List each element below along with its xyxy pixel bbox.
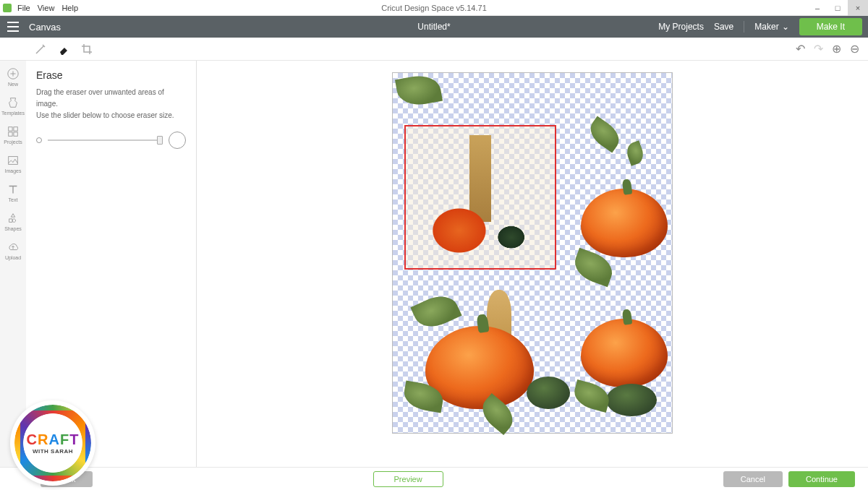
pumpkin-graphic xyxy=(581,189,668,257)
erase-panel-title: Erase xyxy=(36,69,186,81)
undo-icon[interactable]: ↶ xyxy=(796,42,805,56)
eraser-icon[interactable] xyxy=(58,43,69,55)
leaf-graphic xyxy=(395,72,443,108)
cancel-button[interactable]: Cancel xyxy=(723,471,783,487)
rail-templates[interactable]: Templates xyxy=(0,91,26,120)
zoom-out-icon[interactable]: ⊖ xyxy=(850,42,859,56)
watermark-subtitle: WITH SARAH xyxy=(27,448,80,455)
erase-panel-hint2: Use the slider below to choose eraser si… xyxy=(36,110,186,121)
watermark-logo: CRAFT WITH SARAH xyxy=(10,400,95,486)
window-maximize-icon[interactable]: □ xyxy=(827,0,848,16)
rail-shapes-label: Shapes xyxy=(4,226,22,231)
slider-max-icon xyxy=(169,132,186,149)
document-title: Untitled* xyxy=(417,22,450,32)
rail-templates-label: Templates xyxy=(1,111,25,116)
window-close-icon[interactable]: × xyxy=(848,0,868,16)
app-menu: File View Help xyxy=(17,4,78,12)
rail-text[interactable]: Text xyxy=(0,178,26,207)
rail-shapes[interactable]: Shapes xyxy=(0,207,26,236)
erase-panel-hint1: Drag the eraser over unwanted areas of i… xyxy=(36,87,186,110)
footer-bar: Back Preview Cancel Continue xyxy=(0,467,868,490)
eraser-size-slider[interactable] xyxy=(36,132,186,149)
machine-selector[interactable]: Maker ⌄ xyxy=(754,22,788,32)
rail-images-label: Images xyxy=(5,168,22,173)
os-titlebar: File View Help Cricut Design Space v5.14… xyxy=(0,0,868,16)
window-minimize-icon[interactable]: – xyxy=(807,0,827,16)
chevron-down-icon: ⌄ xyxy=(782,22,789,32)
canvas-viewport[interactable] xyxy=(197,61,868,467)
squash-graphic xyxy=(606,384,657,416)
rail-upload[interactable]: Upload xyxy=(0,236,26,265)
leaf-graphic xyxy=(624,140,647,166)
app-title: Cricut Design Space v5.14.71 xyxy=(381,4,487,12)
window-controls: – □ × xyxy=(807,0,868,16)
selection-box[interactable] xyxy=(404,125,556,270)
svg-rect-2 xyxy=(14,126,17,130)
svg-rect-1 xyxy=(9,126,12,130)
pumpkin-graphic xyxy=(581,319,668,387)
leaf-graphic xyxy=(410,289,461,334)
squash-graphic xyxy=(527,377,570,409)
rail-text-label: Text xyxy=(9,197,18,202)
menu-help[interactable]: Help xyxy=(61,4,78,12)
preview-button[interactable]: Preview xyxy=(373,471,443,487)
menu-view[interactable]: View xyxy=(38,4,55,12)
header-divider xyxy=(744,21,744,33)
rail-new-label: New xyxy=(8,82,18,87)
slider-thumb[interactable] xyxy=(157,136,163,145)
breadcrumb-canvas[interactable]: Canvas xyxy=(29,22,61,33)
hamburger-menu-icon[interactable] xyxy=(0,22,26,32)
slider-track[interactable] xyxy=(48,139,163,141)
svg-rect-3 xyxy=(9,132,12,135)
left-rail: New Templates Projects Images Text Shape… xyxy=(0,61,26,467)
zoom-in-icon[interactable]: ⊕ xyxy=(832,42,841,56)
crop-icon[interactable] xyxy=(81,43,93,55)
redo-icon[interactable]: ↷ xyxy=(814,42,823,56)
rail-upload-label: Upload xyxy=(5,255,21,260)
make-it-button[interactable]: Make It xyxy=(799,18,862,35)
rail-images[interactable]: Images xyxy=(0,149,26,178)
watermark-title: CRAFT xyxy=(27,431,80,448)
svg-rect-4 xyxy=(14,132,17,135)
rail-projects-label: Projects xyxy=(4,139,22,145)
leaf-graphic xyxy=(585,116,625,153)
rail-new[interactable]: New xyxy=(0,62,26,91)
continue-button[interactable]: Continue xyxy=(788,471,855,487)
slider-min-icon xyxy=(36,137,42,143)
rail-projects[interactable]: Projects xyxy=(0,120,26,149)
app-header: Canvas Untitled* My Projects Save Maker … xyxy=(0,16,868,38)
save-link[interactable]: Save xyxy=(714,22,733,32)
edit-toolbar: ↶ ↷ ⊕ ⊖ xyxy=(0,38,868,61)
artboard[interactable] xyxy=(392,72,673,434)
machine-selector-label: Maker xyxy=(754,22,778,32)
wand-icon[interactable] xyxy=(35,43,46,55)
main-area: New Templates Projects Images Text Shape… xyxy=(0,61,868,467)
app-logo-icon xyxy=(3,4,12,12)
menu-file[interactable]: File xyxy=(17,4,30,12)
my-projects-link[interactable]: My Projects xyxy=(658,22,704,32)
